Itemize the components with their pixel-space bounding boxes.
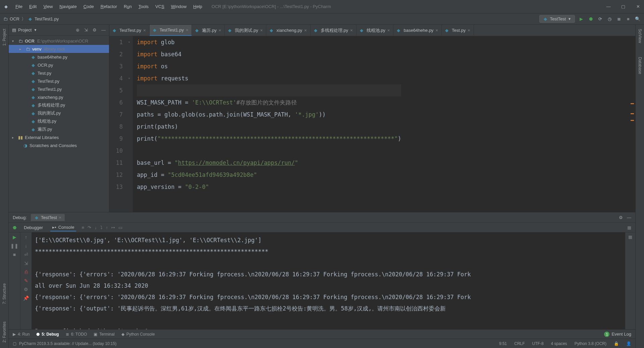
close-icon[interactable]: ×: [143, 28, 146, 33]
pause-icon[interactable]: ❚❚: [10, 243, 18, 249]
tree-file[interactable]: ◆xiancheng.py: [9, 93, 109, 101]
menu-run[interactable]: Run: [121, 3, 135, 10]
menu-tools[interactable]: Tools: [136, 3, 151, 10]
editor-tab[interactable]: ◆遍历.py×: [192, 25, 225, 36]
menu-code[interactable]: Code: [81, 3, 97, 10]
bottom-debug[interactable]: ⬣ 5: Debug: [36, 332, 59, 337]
tree-file[interactable]: ◆我的测试.py: [9, 109, 109, 117]
step-icon[interactable]: ≡: [82, 225, 84, 230]
step-into-my-icon[interactable]: ⤵: [100, 225, 103, 230]
profile-icon[interactable]: ◷: [606, 16, 612, 22]
console-tab[interactable]: ▸▪ Console: [50, 224, 76, 231]
hide-icon[interactable]: —: [101, 27, 106, 32]
tool-favorites[interactable]: 2: Favorites: [1, 320, 7, 345]
fold-column[interactable]: ▾▾: [128, 36, 133, 212]
editor-tab[interactable]: ◆TestTest1.py×: [150, 25, 192, 36]
close-icon[interactable]: ×: [387, 28, 390, 33]
caret-down-icon[interactable]: ▾: [12, 39, 16, 43]
code-editor[interactable]: 12345678910111213 ▾▾ import globimport b…: [109, 36, 635, 212]
console-output[interactable]: ['E:\\OCRTest\\0.jpg', 'E:\\OCRTest\\1.j…: [32, 232, 625, 329]
marker-icon[interactable]: [631, 103, 634, 104]
close-icon[interactable]: ×: [435, 28, 438, 33]
run-icon[interactable]: ▶: [578, 16, 584, 22]
close-icon[interactable]: ×: [186, 27, 189, 32]
close-icon[interactable]: ×: [219, 28, 221, 33]
tool-structure[interactable]: 7: Structure: [1, 281, 7, 306]
tree-venv[interactable]: ▸ 🗀 venv library root: [9, 45, 109, 53]
inspector-icon[interactable]: 👤: [626, 341, 631, 346]
step-into-icon[interactable]: ↓: [95, 225, 97, 230]
breadcrumb-file[interactable]: TestTest1.py: [35, 16, 59, 21]
tree-file[interactable]: ◆Test.py: [9, 69, 109, 77]
status-line-sep[interactable]: CRLF: [514, 341, 525, 346]
menu-navigate[interactable]: Navigate: [57, 3, 79, 10]
editor-tab[interactable]: ◆TestTest.py×: [109, 25, 150, 36]
editor-tab[interactable]: ◆线程池.py×: [357, 25, 394, 36]
gear-icon[interactable]: ⚙: [24, 287, 28, 292]
tree-file[interactable]: ◆TestTest1.py: [9, 85, 109, 93]
close-icon[interactable]: ×: [59, 215, 62, 220]
debugger-tab[interactable]: Debugger: [22, 224, 45, 231]
breadcrumb-project[interactable]: OCR: [10, 16, 19, 21]
tree-file[interactable]: ◆线程池.py: [9, 117, 109, 125]
status-caret[interactable]: 9:51: [499, 341, 507, 346]
step-over-icon[interactable]: ↷: [88, 225, 91, 230]
caret-right-icon[interactable]: ▸: [12, 136, 16, 139]
bottom-pyconsole[interactable]: ◆ Python Console: [121, 332, 155, 337]
tree-file[interactable]: ◆OCR.py: [9, 61, 109, 69]
down-icon[interactable]: ↓: [25, 243, 27, 249]
gear-icon[interactable]: ⚙: [93, 27, 97, 32]
run-config-selector[interactable]: ◆ TestTest ▼: [539, 15, 575, 23]
bottom-event-log[interactable]: 1 Event Log: [604, 332, 631, 337]
bottom-run[interactable]: ▶ 4: Run: [13, 332, 30, 337]
pin-icon[interactable]: 📌: [23, 295, 29, 301]
run-coverage-icon[interactable]: ⟳: [597, 16, 603, 22]
menu-refactor[interactable]: Refactor: [98, 3, 120, 10]
print-icon[interactable]: ⎙: [25, 269, 28, 275]
hide-icon[interactable]: —: [627, 215, 631, 220]
tree-file[interactable]: ◆遍历.py: [9, 125, 109, 133]
run-to-cursor-icon[interactable]: ↦: [111, 225, 115, 230]
clear-icon[interactable]: ✎: [24, 278, 28, 283]
tool-database[interactable]: Database: [637, 55, 643, 76]
stop-icon[interactable]: ■: [13, 252, 16, 257]
up-icon[interactable]: ↑: [25, 234, 27, 240]
code-area[interactable]: import globimport base64import osimport …: [133, 36, 401, 212]
close-icon[interactable]: ×: [468, 28, 470, 33]
layout-icon[interactable]: ▦: [628, 234, 632, 239]
close-icon[interactable]: ×: [350, 28, 353, 33]
maximize-icon[interactable]: ▢: [620, 4, 627, 9]
menu-view[interactable]: View: [41, 3, 55, 10]
editor-tab[interactable]: ◆xiancheng.py×: [266, 25, 310, 36]
gear-icon[interactable]: ⚙: [619, 215, 623, 220]
gutter[interactable]: 12345678910111213: [109, 36, 128, 212]
stop-icon[interactable]: ■: [625, 16, 631, 22]
evaluate-icon[interactable]: ▭: [118, 225, 122, 230]
close-icon[interactable]: ×: [304, 28, 307, 33]
tree-root[interactable]: ▾ 🗀 OCR E:\pythonWorkspace\OCR: [9, 37, 109, 45]
tree-file[interactable]: ◆多线程处理.py: [9, 101, 109, 109]
search-icon[interactable]: 🔍: [635, 16, 641, 22]
menu-edit[interactable]: Edit: [26, 3, 39, 10]
editor-tab[interactable]: ◆多线程处理.py×: [311, 25, 357, 36]
editor-tab[interactable]: ◆Test.py×: [442, 25, 474, 36]
tool-project[interactable]: 1: Project: [1, 27, 7, 48]
menu-window[interactable]: Window: [168, 3, 189, 10]
close-icon[interactable]: ✕: [635, 4, 641, 9]
close-icon[interactable]: ×: [260, 28, 263, 33]
tree-external-libs[interactable]: ▸ ▮▮ External Libraries: [9, 133, 109, 141]
tool-sciview[interactable]: SciView: [637, 27, 643, 45]
concurrency-icon[interactable]: ≣: [616, 16, 622, 22]
expand-icon[interactable]: ⇲: [84, 27, 88, 32]
bottom-todo[interactable]: ≣ 6: TODO: [66, 332, 87, 337]
step-out-icon[interactable]: ↑: [106, 225, 108, 230]
menu-help[interactable]: Help: [191, 3, 205, 10]
lock-icon[interactable]: 🔒: [614, 341, 619, 346]
menu-vcs[interactable]: VCS: [153, 3, 167, 10]
editor-tab[interactable]: ◆我的测试.py×: [225, 25, 266, 36]
tree-file[interactable]: ◆TestTest.py: [9, 77, 109, 85]
locate-icon[interactable]: ⊕: [76, 27, 79, 32]
marker-icon[interactable]: [631, 113, 634, 114]
rerun-icon[interactable]: ⬣: [13, 225, 16, 230]
scroll-end-icon[interactable]: ⇲: [24, 261, 28, 266]
